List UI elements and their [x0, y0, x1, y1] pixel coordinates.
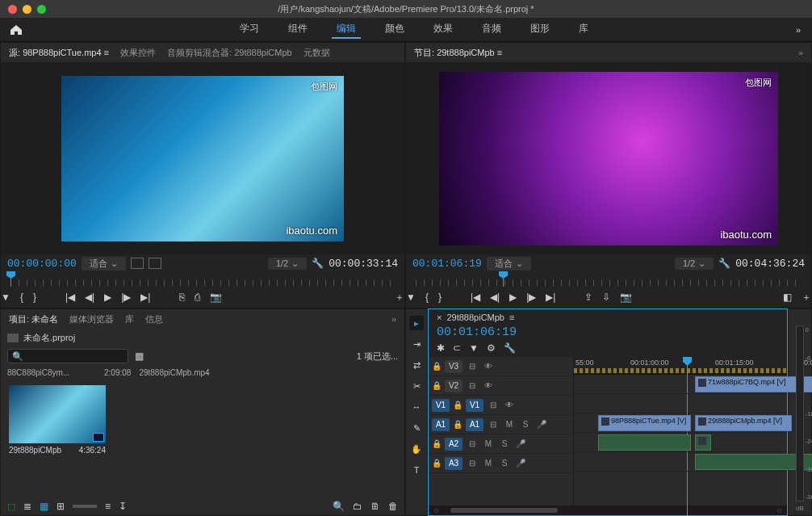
rw-toggle-icon[interactable]: ⬚ [7, 501, 15, 512]
marker-icon[interactable]: ▼ [1, 292, 10, 303]
src-v1[interactable]: V1 [432, 399, 450, 412]
find-icon[interactable]: 🔍 [333, 501, 345, 512]
tab-metadata[interactable]: 元数据 [303, 47, 330, 59]
tab-effect-controls[interactable]: 效果控件 [120, 47, 156, 59]
timeline-ruler[interactable]: 55:00 00:01:00:00 00:01:15:00 00:01:30:0… [574, 357, 787, 375]
source-timecode-in[interactable]: 00:00:00:00 [7, 258, 77, 270]
tab-source[interactable]: 源: 98P888piCTue.mp4 ≡ [9, 47, 109, 59]
program-overflow[interactable]: » [798, 48, 803, 57]
project-overflow[interactable]: » [391, 314, 396, 324]
program-timecode-in[interactable]: 00:01:06:19 [412, 258, 482, 270]
close-icon[interactable] [8, 5, 17, 14]
workspace-overflow[interactable]: » [796, 25, 801, 35]
ws-assembly[interactable]: 组件 [283, 20, 312, 39]
clip-a1b[interactable] [695, 434, 711, 451]
source-timecode-dur[interactable]: 00:00:33:14 [329, 258, 398, 270]
icon-view-icon[interactable]: ▦ [40, 501, 48, 512]
pen-tool[interactable]: ✎ [409, 421, 424, 435]
lock-icon[interactable]: 🔒 [453, 401, 463, 409]
clip-a2[interactable] [695, 454, 812, 470]
dual-view-button[interactable] [131, 258, 144, 269]
voice-over-icon[interactable]: 🎤 [514, 439, 527, 448]
mark-out-icon[interactable]: } [438, 292, 442, 303]
mute-button[interactable]: M [482, 439, 495, 448]
tab-program[interactable]: 节目: 29t888piCMpb ≡ [414, 47, 502, 59]
ws-effects[interactable]: 效果 [429, 20, 458, 39]
clip-v3[interactable]: 71w888piC7BQ.mp4 [V] [695, 376, 812, 392]
razor-tool[interactable]: ✂ [409, 379, 424, 393]
lock-icon[interactable]: 🔒 [432, 459, 442, 468]
a3-label[interactable]: A3 [445, 457, 463, 470]
project-search-input[interactable] [7, 349, 128, 363]
sync-lock-icon[interactable]: ⊟ [466, 439, 479, 448]
sync-lock-icon[interactable]: ⊟ [466, 459, 479, 468]
tab-media-browser[interactable]: 媒体浏览器 [69, 313, 114, 325]
program-time-ruler[interactable] [406, 272, 811, 287]
toggle-track-output-icon[interactable]: 👁 [503, 401, 516, 409]
wrench-icon[interactable]: 🔧 [718, 258, 730, 269]
ws-audio[interactable]: 音频 [477, 20, 506, 39]
lock-icon[interactable]: 🔒 [453, 420, 463, 429]
automate-icon[interactable]: ↧ [119, 501, 127, 512]
lift-icon[interactable]: ⇪ [584, 292, 592, 303]
toggle-track-output-icon[interactable]: 👁 [482, 362, 495, 371]
tab-libraries[interactable]: 库 [125, 313, 134, 325]
thumb-size-slider[interactable] [73, 505, 97, 508]
sync-lock-icon[interactable]: ⊟ [466, 381, 479, 390]
timeline-zoom-scrollbar[interactable]: ○ ○ [429, 506, 787, 515]
program-fit-dropdown[interactable]: 适合 ⌄ [487, 257, 531, 271]
program-zoom-dropdown[interactable]: 1/2 ⌄ [675, 258, 714, 270]
source-preview[interactable]: 包图网 ibaotu.com [1, 62, 404, 254]
timeline-tracks-area[interactable]: 55:00 00:01:00:00 00:01:15:00 00:01:30:0… [574, 357, 787, 506]
src-a1[interactable]: A1 [432, 418, 450, 431]
step-back-icon[interactable]: ◀| [490, 292, 500, 303]
wrench-icon[interactable]: 🔧 [504, 342, 516, 354]
a2-label[interactable]: A2 [445, 438, 463, 451]
program-timecode-dur[interactable]: 00:04:36:24 [735, 258, 805, 270]
sync-lock-icon[interactable]: ⊟ [487, 401, 500, 409]
minimize-icon[interactable] [23, 5, 31, 14]
play-icon[interactable]: ▶ [509, 292, 517, 303]
sync-lock-icon[interactable]: ⊟ [466, 362, 479, 371]
step-back-icon[interactable]: ◀| [85, 292, 94, 303]
safe-margins-button[interactable] [149, 258, 161, 269]
go-to-out-icon[interactable]: ▶| [140, 292, 150, 303]
comparison-view-icon[interactable]: ◧ [783, 292, 792, 303]
solo-button[interactable]: S [519, 420, 532, 429]
ws-graphics[interactable]: 图形 [525, 20, 555, 39]
export-frame-icon[interactable]: 📷 [210, 292, 222, 303]
ws-libraries[interactable]: 库 [574, 20, 593, 39]
tab-project[interactable]: 项目: 未命名 [9, 313, 58, 325]
tab-info[interactable]: 信息 [145, 313, 163, 325]
clip-a1a[interactable] [598, 434, 691, 451]
list-view-icon[interactable]: ≣ [23, 501, 31, 512]
mute-button[interactable]: M [482, 459, 495, 468]
program-preview[interactable]: 包图网 ibaotu.com [406, 62, 811, 254]
track-select-tool[interactable]: ⇥ [409, 337, 424, 351]
track-v1-header[interactable]: V1 🔒 V1 ⊟ 👁 [429, 396, 573, 415]
export-frame-icon[interactable]: 📷 [620, 292, 632, 303]
mark-out-icon[interactable]: } [33, 292, 36, 303]
v2-label[interactable]: V2 [445, 380, 463, 392]
trash-icon[interactable]: 🗑 [388, 501, 398, 512]
voice-over-icon[interactable]: 🎤 [514, 459, 527, 468]
a1-label[interactable]: A1 [466, 418, 483, 431]
clip-v1a[interactable]: 98P888piCTue.mp4 [V] [598, 415, 691, 431]
lock-icon[interactable]: 🔒 [432, 439, 442, 448]
button-editor-icon[interactable]: ＋ [802, 291, 811, 304]
ws-color[interactable]: 颜色 [380, 20, 409, 39]
mark-in-icon[interactable]: { [20, 292, 23, 303]
track-a3-header[interactable]: 🔒 A3 ⊟ M S 🎤 [429, 454, 573, 473]
extract-icon[interactable]: ⇩ [602, 292, 610, 303]
settings-icon[interactable]: ⚙ [487, 342, 496, 354]
sync-lock-icon[interactable]: ⊟ [487, 420, 500, 429]
marker-icon[interactable]: ▼ [406, 292, 416, 303]
ws-editing[interactable]: 编辑 [332, 20, 361, 39]
zoom-icon[interactable] [37, 5, 46, 14]
snap-icon[interactable]: ✱ [437, 342, 445, 354]
new-item-icon[interactable]: 🗎 [370, 501, 380, 512]
go-to-in-icon[interactable]: |◀ [471, 292, 480, 303]
track-v2-header[interactable]: 🔒 V2 ⊟ 👁 [429, 376, 573, 396]
source-fit-dropdown[interactable]: 适合 ⌄ [82, 257, 126, 271]
step-fwd-icon[interactable]: |▶ [526, 292, 536, 303]
